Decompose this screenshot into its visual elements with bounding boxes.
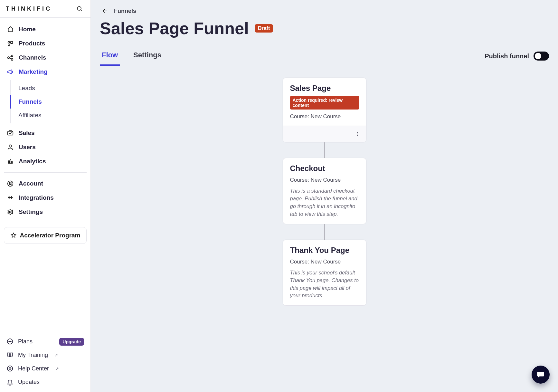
publish-toggle[interactable] — [534, 52, 549, 61]
action-required-badge: Action required: review content — [290, 96, 359, 110]
nav-divider — [4, 223, 87, 223]
nav-divider — [4, 172, 87, 173]
integrations-icon — [6, 194, 14, 202]
sidebar-item-label: Integrations — [19, 194, 54, 201]
title-row: Sales Page Funnel Draft — [91, 17, 558, 41]
subnav-item-funnels[interactable]: Funnels — [10, 95, 89, 109]
footer-item-my-training[interactable]: My Training ↗ — [2, 348, 89, 362]
sidebar-item-sales[interactable]: Sales — [2, 126, 89, 140]
bell-icon — [6, 378, 14, 386]
publish-control: Publish funnel — [485, 52, 549, 61]
flow-card-thank-you[interactable]: Thank You Page Course: New Course This i… — [283, 240, 366, 306]
brandbar: THINKIFIC — [0, 0, 90, 18]
card-footer — [283, 126, 366, 142]
chat-launcher[interactable] — [532, 366, 550, 384]
card-body: Thank You Page Course: New Course This i… — [283, 240, 366, 306]
accelerator-button[interactable]: Accelerator Program — [4, 227, 87, 244]
sidebar-item-account[interactable]: Account — [2, 177, 89, 191]
back-button[interactable] — [100, 6, 110, 16]
flow-card-checkout[interactable]: Checkout Course: New Course This is a st… — [283, 158, 366, 224]
star-icon — [10, 232, 17, 239]
card-note: This is a standard checkout page. Publis… — [290, 187, 359, 218]
card-title: Sales Page — [290, 84, 359, 93]
card-note: This is your school's default Thank You … — [290, 269, 359, 300]
sidebar-item-analytics[interactable]: Analytics — [2, 154, 89, 168]
card-meta: Course: New Course — [290, 259, 359, 265]
flow-card-sales-page[interactable]: Sales Page Action required: review conte… — [283, 78, 366, 142]
megaphone-icon — [6, 68, 14, 76]
sidebar-item-channels[interactable]: Channels — [2, 51, 89, 65]
book-icon — [6, 351, 14, 359]
sidebar-item-label: Settings — [19, 208, 43, 215]
help-icon — [6, 365, 14, 372]
svg-point-14 — [9, 211, 11, 213]
svg-point-8 — [9, 145, 11, 147]
external-icon: ↗ — [54, 353, 58, 358]
publish-label: Publish funnel — [485, 53, 529, 60]
card-body: Sales Page Action required: review conte… — [283, 78, 366, 126]
app-root: THINKIFIC Home Products — [0, 0, 558, 392]
svg-point-0 — [77, 6, 81, 10]
home-icon — [6, 25, 14, 33]
status-badge: Draft — [255, 24, 273, 33]
tabs-row: Flow Settings Publish funnel — [91, 46, 558, 66]
chat-icon — [536, 370, 545, 379]
page-title: Sales Page Funnel — [100, 19, 249, 38]
subnav-item-leads[interactable]: Leads — [10, 81, 89, 95]
svg-point-18 — [357, 132, 357, 133]
main: Funnels Sales Page Funnel Draft Flow Set… — [91, 0, 558, 392]
accelerator-label: Accelerator Program — [20, 232, 80, 239]
svg-rect-3 — [11, 42, 13, 43]
sidebar-item-label: Account — [19, 180, 43, 187]
gear-icon — [6, 208, 14, 216]
footer-item-help-center[interactable]: Help Center ↗ — [2, 362, 89, 375]
upgrade-badge[interactable]: Upgrade — [59, 338, 84, 346]
sales-icon — [6, 129, 14, 137]
sidebar-item-users[interactable]: Users — [2, 140, 89, 154]
svg-point-17 — [9, 368, 11, 369]
sidebar-item-integrations[interactable]: Integrations — [2, 191, 89, 205]
sidebar-item-marketing[interactable]: Marketing — [2, 65, 89, 79]
flow-canvas: Sales Page Action required: review conte… — [91, 66, 558, 392]
flow-column: Sales Page Action required: review conte… — [283, 78, 366, 306]
primary-nav: Home Products Channels Marketing — [0, 18, 90, 249]
svg-point-4 — [8, 57, 10, 59]
search-icon — [76, 5, 83, 12]
svg-point-13 — [9, 182, 11, 184]
svg-rect-9 — [9, 161, 10, 163]
sidebar: THINKIFIC Home Products — [0, 0, 91, 392]
card-title: Checkout — [290, 164, 359, 173]
card-body: Checkout Course: New Course This is a st… — [283, 158, 366, 224]
footer-item-plans[interactable]: Plans Upgrade — [2, 335, 89, 348]
svg-point-2 — [8, 42, 10, 43]
connector — [324, 224, 325, 240]
card-menu-button[interactable] — [353, 129, 362, 139]
products-icon — [6, 40, 14, 47]
svg-point-6 — [11, 59, 13, 61]
card-meta: Course: New Course — [290, 113, 359, 120]
sidebar-item-label: Home — [19, 26, 36, 33]
search-button[interactable] — [74, 4, 85, 14]
sidebar-item-label: Marketing — [19, 68, 48, 75]
svg-point-5 — [11, 55, 13, 57]
footer-item-label: Plans — [18, 338, 33, 345]
footer-item-label: Help Center — [18, 365, 49, 372]
sidebar-item-home[interactable]: Home — [2, 22, 89, 36]
sidebar-item-label: Analytics — [19, 158, 46, 165]
brand-logo: THINKIFIC — [6, 5, 52, 12]
sidebar-item-products[interactable]: Products — [2, 36, 89, 51]
sidebar-item-label: Channels — [19, 54, 46, 61]
tab-flow[interactable]: Flow — [100, 46, 120, 66]
breadcrumb: Funnels — [91, 0, 558, 17]
breadcrumb-link-funnels[interactable]: Funnels — [114, 8, 136, 14]
channels-icon — [6, 54, 14, 62]
analytics-icon — [6, 158, 14, 165]
subnav-item-affiliates[interactable]: Affiliates — [10, 109, 89, 122]
arrow-left-icon — [102, 8, 108, 14]
svg-line-1 — [81, 10, 82, 11]
sidebar-item-label: Sales — [19, 129, 35, 137]
tab-settings[interactable]: Settings — [131, 46, 163, 66]
footer-item-label: Updates — [18, 379, 40, 386]
footer-item-updates[interactable]: Updates — [2, 375, 89, 389]
sidebar-item-settings[interactable]: Settings — [2, 205, 89, 219]
